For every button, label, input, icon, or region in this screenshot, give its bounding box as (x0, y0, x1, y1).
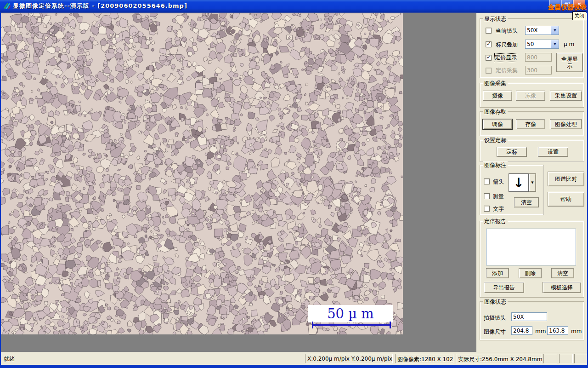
fullscreen-button[interactable]: 全屏显示 (556, 53, 583, 72)
calibration-setup-button[interactable]: 设置 (538, 147, 568, 157)
group-title: 图像采集 (483, 80, 508, 87)
group-image-storage: 图像存取 调像 存像 图像处理 (480, 111, 584, 136)
control-panel: 显示状态 当前镜头 50X 标尺叠加 50 µ m 定倍显示 800 全屏显示 … (476, 13, 587, 352)
calibrate-button[interactable]: 定标 (497, 147, 527, 157)
text-label: 文字 (493, 205, 504, 213)
down-arrow-icon: ↓ (509, 173, 529, 192)
current-lens-value: 50X (526, 26, 551, 34)
scale-bar-line (312, 322, 391, 328)
capture-button[interactable]: 摄像 (483, 91, 512, 101)
fixed-display-field: 800 (525, 53, 552, 62)
image-width-field: 204.8 (511, 326, 532, 335)
micrograph-image[interactable] (1, 13, 403, 334)
chevron-down-icon[interactable] (529, 173, 536, 192)
status-ready: 就绪 (4, 355, 15, 363)
group-report: 定倍报告 添加 删除 清空 导出报告 模板选择 (480, 221, 584, 298)
capture-settings-button[interactable]: 采集设置 (550, 91, 582, 101)
close-tooltip: 关闭 (572, 12, 586, 20)
status-empty-pane (559, 354, 573, 363)
ruler-unit-label: µ m (564, 41, 574, 47)
image-height-field: 163.8 (547, 326, 568, 335)
ruler-value-combo[interactable]: 50 (525, 40, 559, 49)
arrow-checkbox[interactable] (484, 178, 490, 184)
fixed-display-label: 定倍显示 (495, 54, 517, 62)
ruler-overlay-label: 标尺叠加 (496, 41, 518, 49)
group-title: 图像标注 (483, 161, 508, 169)
report-clear-button[interactable]: 清空 (551, 268, 574, 278)
text-checkbox[interactable] (484, 206, 490, 212)
ruler-overlay-checkbox[interactable] (486, 41, 492, 47)
width-unit-label: mm (535, 328, 546, 334)
window-border-bottom (0, 365, 588, 368)
atlas-compare-button[interactable]: 图谱比对 (548, 172, 584, 186)
status-empty-pane (543, 354, 557, 363)
group-title: 定倍报告 (483, 218, 508, 225)
current-lens-checkbox[interactable] (486, 28, 492, 34)
image-size-label: 图像尺寸 (484, 328, 506, 336)
ruler-value: 50 (526, 40, 551, 48)
report-delete-button[interactable]: 删除 (519, 268, 542, 278)
fixed-capture-field: 300 (525, 66, 552, 75)
brand-watermark: 金昌仪器仪表 (548, 3, 587, 12)
fixed-display-checkbox[interactable] (486, 55, 492, 61)
image-process-button[interactable]: 图像处理 (550, 119, 582, 129)
chevron-down-icon[interactable] (551, 26, 559, 34)
app-window: 显微图像定倍系统--演示版 - [20090602055646.bmp] × 金… (0, 0, 588, 368)
arrow-style-picker[interactable]: ↓ (509, 173, 536, 192)
arrow-label: 箭头 (493, 178, 504, 186)
measure-checkbox[interactable] (484, 193, 490, 199)
status-image-pixels: 图像像素:1280 X 1024 (395, 354, 453, 363)
current-lens-label: 当前镜头 (496, 27, 518, 35)
load-image-button[interactable]: 调像 (483, 119, 512, 129)
status-bar: 就绪 X:0.200µ m/pix Y:0.200µ m/pix 图像像素:12… (1, 352, 587, 365)
group-annotation: 图像标注 箭头 ↓ 测量 文字 清空 (480, 165, 544, 215)
report-add-button[interactable]: 添加 (486, 268, 509, 278)
save-image-button[interactable]: 存像 (516, 119, 545, 129)
status-pixel-scale: X:0.200µ m/pix Y:0.200µ m/pix (305, 354, 393, 363)
current-lens-combo[interactable]: 50X (525, 26, 559, 35)
status-empty-pane (574, 354, 587, 363)
export-report-button[interactable]: 导出报告 (484, 282, 524, 293)
group-title: 显示状态 (483, 15, 508, 23)
annotation-clear-button[interactable]: 清空 (514, 197, 539, 207)
measure-label: 测量 (493, 193, 504, 201)
group-title: 图像存取 (483, 108, 508, 116)
report-listbox[interactable] (486, 229, 576, 265)
fixed-capture-label: 定倍采集 (496, 67, 518, 75)
group-display-status: 显示状态 当前镜头 50X 标尺叠加 50 µ m 定倍显示 800 全屏显示 … (480, 18, 584, 78)
freeze-button: 冻像 (516, 91, 545, 101)
status-actual-size: 实际尺寸:256.0mm X 204.8mm (456, 354, 542, 363)
help-button[interactable]: 帮助 (548, 192, 584, 207)
app-icon (3, 2, 11, 10)
group-title: 图像状态 (483, 298, 508, 306)
group-title: 设置定标 (483, 137, 508, 144)
window-title: 显微图像定倍系统--演示版 - [20090602055646.bmp] (13, 2, 187, 10)
group-calibration: 设置定标 定标 设置 (480, 140, 584, 162)
fixed-capture-checkbox (486, 68, 492, 74)
scale-bar-label: 50 µ m (327, 306, 374, 322)
title-bar: 显微图像定倍系统--演示版 - [20090602055646.bmp] × 金… (0, 0, 588, 12)
chevron-down-icon[interactable] (551, 40, 559, 48)
scale-bar-label-box: 50 µ m (308, 305, 393, 322)
group-image-capture: 图像采集 摄像 冻像 采集设置 (480, 83, 584, 108)
shoot-lens-label: 拍摄镜头 (484, 314, 506, 322)
template-select-button[interactable]: 模板选择 (543, 282, 581, 293)
group-image-status: 图像状态 拍摄镜头 50X 图像尺寸 204.8 mm 163.8 mm (480, 301, 584, 340)
height-unit-label: mm (571, 328, 582, 334)
shoot-lens-field: 50X (511, 312, 547, 321)
